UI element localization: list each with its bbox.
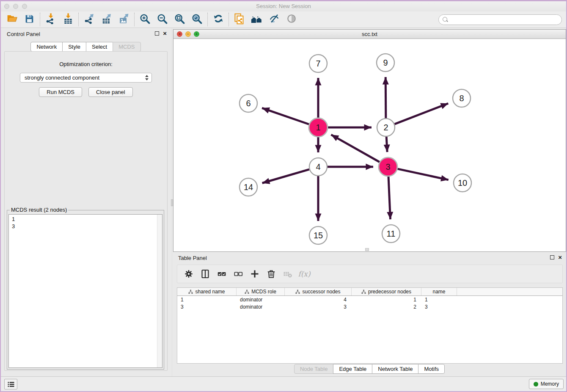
float-panel-icon[interactable] — [550, 255, 554, 259]
node-8[interactable]: 8 — [453, 89, 471, 107]
node-4[interactable]: 4 — [309, 158, 327, 176]
table-row[interactable]: 3dominator323 — [177, 303, 562, 310]
tab-mcds[interactable]: MCDS — [113, 42, 140, 52]
node-7[interactable]: 7 — [309, 55, 327, 72]
zoom-in-button[interactable] — [136, 12, 154, 27]
cell-predecessor-nodes[interactable]: 1 — [352, 297, 421, 303]
edge-3-1[interactable] — [331, 135, 379, 162]
zoom-selected-button[interactable] — [188, 12, 206, 27]
node-15[interactable]: 15 — [309, 226, 327, 244]
column-header-predecessor-nodes[interactable]: predecessor nodes — [352, 288, 421, 295]
network-canvas[interactable]: 7968124314101511 — [173, 39, 566, 251]
maximize-window-button[interactable] — [22, 4, 27, 9]
tab-edge-table[interactable]: Edge Table — [333, 364, 372, 374]
result-scrollbar[interactable] — [157, 215, 162, 367]
edge-2-3[interactable] — [386, 137, 387, 152]
node-14[interactable]: 14 — [239, 178, 257, 196]
close-panel-icon[interactable]: × — [163, 31, 167, 36]
cell-successor-nodes[interactable]: 4 — [285, 297, 352, 303]
show-columns-button[interactable] — [200, 268, 211, 279]
apply-layout-button[interactable] — [209, 12, 227, 27]
cell-name[interactable]: 3 — [421, 304, 457, 310]
first-neighbors-button[interactable] — [248, 12, 265, 27]
criterion-dropdown[interactable]: strongly connected component — [20, 73, 152, 83]
toolbar-separator — [228, 13, 229, 26]
cell-successor-nodes[interactable]: 3 — [285, 304, 352, 310]
export-table-button[interactable] — [98, 12, 115, 27]
node-6[interactable]: 6 — [239, 94, 257, 112]
select-all-columns-button[interactable] — [216, 268, 227, 279]
column-header-successor-nodes[interactable]: successor nodes — [285, 288, 352, 295]
task-history-button[interactable] — [4, 379, 17, 389]
run-mcds-button[interactable]: Run MCDS — [39, 87, 82, 97]
search-input[interactable] — [448, 15, 561, 24]
zoom-fit-button[interactable] — [171, 12, 188, 27]
network-title: scc.txt — [173, 30, 566, 39]
export-network-button[interactable] — [80, 12, 98, 27]
import-network-button[interactable] — [42, 12, 59, 27]
clone-network-button[interactable] — [231, 12, 248, 27]
tab-style[interactable]: Style — [62, 42, 86, 52]
node-1[interactable]: 1 — [309, 118, 328, 137]
control-panel: Control Panel × NetworkStyleSelectMCDS O… — [1, 28, 171, 376]
close-window-button[interactable] — [4, 4, 9, 9]
table-row[interactable]: 1dominator411 — [177, 296, 562, 303]
mcds-result-text[interactable]: 13 — [8, 214, 162, 368]
node-3[interactable]: 3 — [379, 157, 397, 176]
tab-select[interactable]: Select — [86, 42, 113, 52]
edge-2-9[interactable] — [385, 77, 386, 118]
import-table-button[interactable] — [59, 12, 77, 27]
minimize-window-button[interactable] — [13, 4, 18, 9]
memory-button[interactable]: Memory — [529, 379, 564, 389]
edge-1-6[interactable] — [262, 108, 309, 124]
node-10[interactable]: 10 — [454, 174, 471, 192]
column-header-shared-name[interactable]: shared name — [177, 288, 237, 295]
node-11[interactable]: 11 — [382, 225, 400, 243]
tab-motifs[interactable]: Motifs — [418, 364, 445, 374]
edge-3-10[interactable] — [397, 169, 448, 180]
canvas-scroll-grab[interactable] — [365, 248, 369, 251]
export-network-icon — [84, 13, 95, 26]
tab-network[interactable]: Network — [30, 42, 63, 52]
node-2[interactable]: 2 — [377, 119, 395, 136]
network-window-titlebar[interactable]: × − + scc.txt — [173, 30, 566, 39]
show-graphics-details-button[interactable] — [283, 12, 300, 27]
network-minimize-button[interactable]: − — [185, 31, 191, 37]
hide-graphics-details-button[interactable] — [265, 12, 283, 27]
close-panel-icon[interactable]: × — [558, 255, 562, 260]
cell-shared-name[interactable]: 3 — [177, 304, 237, 310]
table-settings-button[interactable] — [183, 268, 194, 279]
save-session-button[interactable] — [21, 12, 38, 27]
cell-mcds-role[interactable]: dominator — [237, 297, 285, 303]
node-9[interactable]: 9 — [377, 54, 394, 72]
node-table[interactable]: shared nameMCDS rolesuccessor nodesprede… — [177, 287, 563, 364]
column-header-name[interactable]: name — [421, 288, 457, 295]
search-field[interactable] — [438, 14, 562, 25]
add-row-button[interactable] — [249, 268, 260, 279]
open-session-button[interactable] — [3, 12, 21, 27]
cell-mcds-role[interactable]: dominator — [237, 304, 285, 310]
mcds-result-group: MCDS result (2 nodes) 13 — [7, 210, 164, 370]
export-image-button[interactable] — [115, 12, 132, 27]
zoom-out-button[interactable] — [154, 12, 171, 27]
zoom-selected-icon — [191, 13, 203, 26]
cell-name[interactable]: 1 — [421, 297, 457, 303]
close-panel-button[interactable]: Close panel — [88, 87, 133, 97]
unselect-all-columns-button[interactable] — [233, 268, 244, 279]
network-maximize-button[interactable]: + — [194, 31, 199, 37]
network-graph[interactable]: 7968124314101511 — [173, 39, 567, 252]
tab-network-table[interactable]: Network Table — [372, 364, 418, 374]
refresh-icon — [213, 13, 224, 26]
edge-4-14[interactable] — [262, 169, 309, 183]
float-panel-icon[interactable] — [155, 31, 159, 36]
delete-row-button[interactable] — [266, 268, 277, 279]
svg-text:9: 9 — [383, 58, 388, 67]
cell-predecessor-nodes[interactable]: 2 — [352, 304, 421, 310]
svg-text:1: 1 — [316, 123, 320, 132]
network-close-button[interactable]: × — [177, 31, 182, 37]
edge-3-11[interactable] — [388, 177, 390, 219]
cell-shared-name[interactable]: 1 — [177, 297, 237, 303]
tab-node-table[interactable]: Node Table — [294, 364, 334, 374]
column-header-mcds-role[interactable]: MCDS role — [237, 288, 285, 295]
edge-2-8[interactable] — [395, 103, 449, 124]
